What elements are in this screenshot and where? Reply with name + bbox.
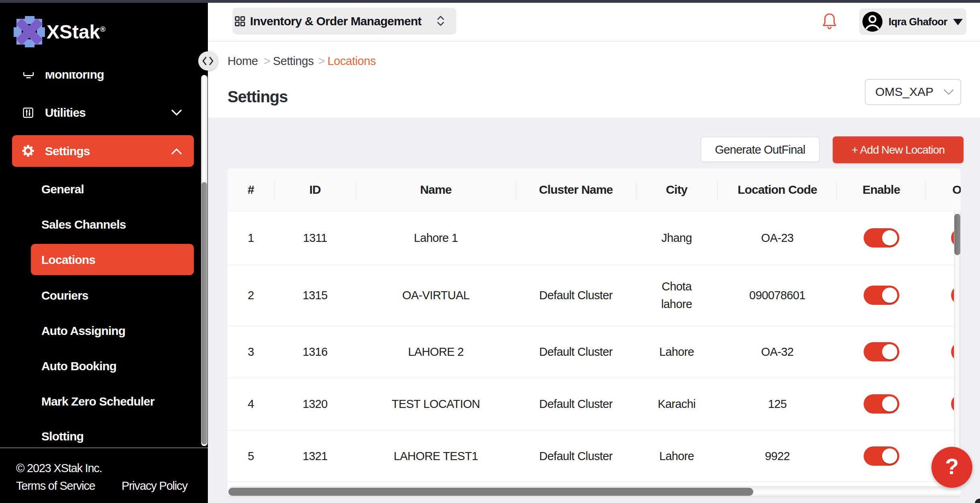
enable-4[interactable]	[864, 394, 899, 414]
add-new-location[interactable]: + Add New Location	[833, 136, 964, 163]
nav-mark-zero[interactable]: Mark Zero Scheduler	[41, 395, 155, 408]
terms[interactable]: Terms of Service	[16, 479, 95, 493]
sidebar: Monitoring Utilities Settings	[0, 0, 208, 503]
sidebar-footer: © 2023 XStak Inc. Terms of Service Priva…	[0, 448, 208, 503]
sidebar-collapse[interactable]	[198, 51, 218, 71]
page-title: Settings	[228, 88, 288, 106]
bc-locations[interactable]: Locations	[327, 55, 376, 68]
topbar: Inventory & Order Management Iqra Ghafoo…	[208, 3, 980, 41]
page-head-band	[208, 42, 980, 118]
help-button[interactable]: ?	[931, 447, 972, 488]
generate-outfinal[interactable]: Generate OutFinal	[701, 137, 819, 162]
privacy[interactable]: Privacy Policy	[122, 479, 187, 493]
top-strip	[0, 0, 980, 3]
user-menu[interactable]: Iqra Ghafoor	[859, 8, 966, 35]
enable-2[interactable]	[864, 286, 899, 305]
xstak-oms-settings-locations: Inventory & Order Management Iqra Ghafoo…	[0, 0, 980, 503]
corner-widget	[975, 499, 980, 503]
app-switcher[interactable]: Inventory & Order Management	[232, 8, 456, 34]
merchant-select[interactable]: OMS_XAP	[865, 79, 961, 105]
nav-auto-assigning[interactable]: Auto Assigning	[41, 324, 125, 338]
table-header: # ID Name Cluster Name City Location Cod…	[228, 168, 961, 211]
notifications[interactable]	[821, 12, 838, 31]
nav-general[interactable]: General	[41, 183, 84, 196]
enable-5[interactable]	[864, 446, 899, 466]
enable-1[interactable]	[864, 228, 899, 247]
locations-table: # ID Name Cluster Name City Location Cod…	[228, 168, 961, 497]
nav-couriers[interactable]: Couriers	[41, 289, 88, 302]
nav-auto-booking[interactable]: Auto Booking	[41, 359, 116, 373]
enable-3[interactable]	[864, 342, 899, 361]
bc-home[interactable]: Home	[228, 55, 258, 68]
main: Inventory & Order Management Iqra Ghafoo…	[208, 0, 980, 503]
nav-utilities[interactable]: Utilities	[45, 106, 85, 120]
logo: XStak®	[0, 0, 201, 72]
bc-settings[interactable]: Settings	[273, 55, 314, 68]
nav-sales-channels[interactable]: Sales Channels	[41, 218, 126, 231]
nav-slotting[interactable]: Slotting	[41, 430, 83, 443]
nav-settings[interactable]	[12, 135, 194, 167]
